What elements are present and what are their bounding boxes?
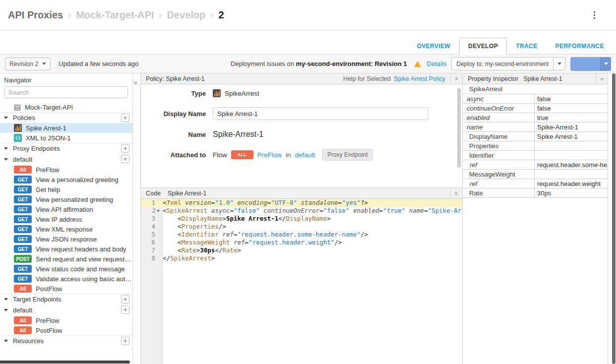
property-row: refrequest.header.weight bbox=[463, 179, 608, 188]
property-value[interactable]: request.header.weight bbox=[535, 179, 608, 188]
breadcrumb-item[interactable]: 2 bbox=[218, 9, 224, 21]
spike-arrest-policy-help-link[interactable]: Spike Arrest Policy bbox=[394, 75, 445, 82]
code-line[interactable]: 5 <Identifier ref="request.header.some-h… bbox=[141, 231, 462, 239]
navigator-row[interactable]: GETView IP address bbox=[0, 214, 132, 224]
line-number: 1 bbox=[151, 199, 155, 207]
preflow-link[interactable]: PreFlow bbox=[257, 151, 282, 159]
navigator-row[interactable]: GETView request headers and body bbox=[0, 244, 132, 254]
proxy-endpoint-chip[interactable]: Proxy Endpoint bbox=[322, 149, 373, 161]
collapse-caret-icon[interactable] bbox=[4, 158, 8, 161]
save-dropdown-arrow[interactable] bbox=[600, 57, 611, 71]
navigator-row[interactable]: GETView a personalized greeting bbox=[0, 175, 132, 184]
save-button-label[interactable]: Save bbox=[570, 57, 600, 71]
navigator-row[interactable]: GETView XML response bbox=[0, 224, 132, 234]
property-value[interactable]: true bbox=[535, 113, 608, 122]
display-name-input[interactable] bbox=[213, 107, 429, 120]
type-label: Type bbox=[141, 90, 213, 97]
navigator-row[interactable]: GETView API affirmation bbox=[0, 204, 132, 214]
save-button[interactable]: Save bbox=[570, 57, 611, 71]
property-value[interactable] bbox=[535, 141, 608, 150]
details-link[interactable]: Details bbox=[427, 60, 447, 67]
navigator-row[interactable]: Target Endpoints+ bbox=[0, 294, 132, 304]
property-value[interactable]: false bbox=[535, 94, 608, 103]
property-value[interactable]: 30ps bbox=[535, 188, 608, 197]
type-value: SpikeArrest bbox=[225, 90, 259, 97]
deploy-to-select[interactable]: Deploy to: my-second-environment bbox=[451, 57, 565, 70]
add-button[interactable]: + bbox=[121, 114, 129, 122]
navigator-row[interactable]: default+ bbox=[0, 154, 132, 165]
navigator-row[interactable]: AllPostFlow bbox=[0, 325, 132, 335]
navigator-row[interactable]: Resources+ bbox=[0, 335, 132, 346]
navigator-row[interactable]: GETView JSON response bbox=[0, 234, 132, 244]
property-value[interactable] bbox=[535, 170, 608, 179]
add-button[interactable]: + bbox=[121, 295, 129, 303]
property-row: SpikeArrest bbox=[463, 84, 608, 94]
tab-develop[interactable]: DEVELOP bbox=[459, 38, 507, 55]
code-line[interactable]: 2<SpikeArrest async="false" continueOnEr… bbox=[141, 207, 462, 215]
breadcrumb-item[interactable]: Develop bbox=[167, 9, 206, 21]
add-button[interactable]: + bbox=[121, 337, 129, 345]
all-badge: All bbox=[14, 326, 32, 334]
add-button[interactable]: + bbox=[121, 144, 129, 153]
navigator-row[interactable]: AllPreFlow bbox=[0, 315, 132, 325]
navigator-row[interactable]: {}XML to JSON-1 bbox=[0, 133, 132, 143]
add-button[interactable]: + bbox=[121, 155, 129, 163]
collapse-caret-icon[interactable] bbox=[4, 309, 8, 311]
policy-scrollbar[interactable] bbox=[457, 88, 461, 168]
navigator-row[interactable]: GETGet help bbox=[0, 184, 132, 194]
flow-label: View JSON response bbox=[36, 236, 97, 243]
property-value[interactable] bbox=[535, 151, 608, 160]
property-value[interactable]: false bbox=[535, 104, 608, 113]
display-name-label: Display Name bbox=[141, 110, 213, 118]
property-label: name bbox=[463, 122, 535, 131]
expand-code-panel-icon[interactable]: » bbox=[450, 188, 462, 198]
inspector-scrollbar[interactable] bbox=[612, 73, 616, 364]
navigator-row[interactable]: GETView personalized greeting bbox=[0, 194, 132, 204]
tab-overview[interactable]: OVERVIEW bbox=[408, 38, 459, 55]
navigator-row[interactable]: Policies+ bbox=[0, 112, 132, 123]
navigator-horizontal-scrollbar[interactable] bbox=[0, 361, 130, 364]
code-line[interactable]: 8</SpikeArrest> bbox=[141, 254, 462, 262]
collapse-policy-panel-icon[interactable]: » bbox=[450, 73, 462, 84]
navigator-row[interactable]: ▤Mock-Target-API bbox=[0, 102, 132, 112]
all-badge: All bbox=[14, 166, 32, 174]
collapse-navigator-icon[interactable]: « bbox=[131, 77, 139, 87]
property-value[interactable]: Spike-Arrest-1 bbox=[535, 122, 608, 131]
breadcrumb-item[interactable]: Mock-Target-API bbox=[76, 9, 154, 21]
navigator-row[interactable]: AllPostFlow bbox=[0, 284, 132, 294]
navigator-panel: Navigator ▤Mock-Target-APIPolicies+Spike… bbox=[0, 73, 141, 364]
expand-inspector-icon[interactable]: » bbox=[596, 73, 608, 84]
navigator-row[interactable]: Spike Arrest-1 bbox=[0, 123, 132, 133]
code-line-text: <SpikeArrest async="false" continueOnErr… bbox=[163, 207, 462, 215]
navigator-row[interactable]: Proxy Endpoints+ bbox=[0, 143, 132, 154]
add-button[interactable]: + bbox=[121, 305, 129, 314]
collapse-caret-icon[interactable] bbox=[4, 117, 8, 119]
code-editor[interactable]: 1<?xml version="1.0" encoding="UTF-8" st… bbox=[141, 199, 462, 364]
default-endpoint-link[interactable]: default bbox=[295, 151, 315, 159]
code-line[interactable]: 1<?xml version="1.0" encoding="UTF-8" st… bbox=[141, 199, 462, 207]
kebab-menu-icon[interactable] bbox=[592, 9, 597, 21]
search-input[interactable] bbox=[4, 86, 128, 98]
property-value[interactable]: request.header.some-header-name bbox=[535, 160, 608, 169]
navigator-row[interactable]: POSTSend request and view request… bbox=[0, 254, 132, 264]
tab-trace[interactable]: TRACE bbox=[507, 38, 546, 55]
property-value[interactable]: Spike Arrest-1 bbox=[535, 132, 608, 141]
revision-select[interactable]: Revision 2 bbox=[5, 58, 51, 70]
collapse-caret-icon[interactable] bbox=[4, 147, 8, 150]
navigator-row[interactable]: default+ bbox=[0, 304, 132, 315]
navigator-row[interactable]: GETValidate access using basic aut… bbox=[0, 274, 132, 284]
tab-performance[interactable]: PERFORMANCE bbox=[547, 38, 613, 55]
fold-caret-icon[interactable] bbox=[157, 210, 160, 212]
navigator-row[interactable]: GETView status code and message bbox=[0, 264, 132, 274]
code-line[interactable]: 3 <DisplayName>Spike Arrest-1</DisplayNa… bbox=[141, 215, 462, 223]
code-line[interactable]: 4 <Properties/> bbox=[141, 223, 462, 231]
navigator-row[interactable]: AllPreFlow bbox=[0, 165, 132, 175]
code-line[interactable]: 6 <MessageWeight ref="request.header.wei… bbox=[141, 239, 462, 246]
code-line[interactable]: 7 <Rate>30ps</Rate> bbox=[141, 246, 462, 254]
tree-section-label: Proxy Endpoints bbox=[13, 145, 60, 152]
chevron-down-icon[interactable] bbox=[553, 58, 565, 70]
collapse-caret-icon[interactable] bbox=[4, 298, 8, 301]
deploy-to-value: Deploy to: my-second-environment bbox=[452, 58, 553, 70]
collapse-caret-icon[interactable] bbox=[4, 340, 8, 342]
get-badge: GET bbox=[14, 205, 32, 213]
